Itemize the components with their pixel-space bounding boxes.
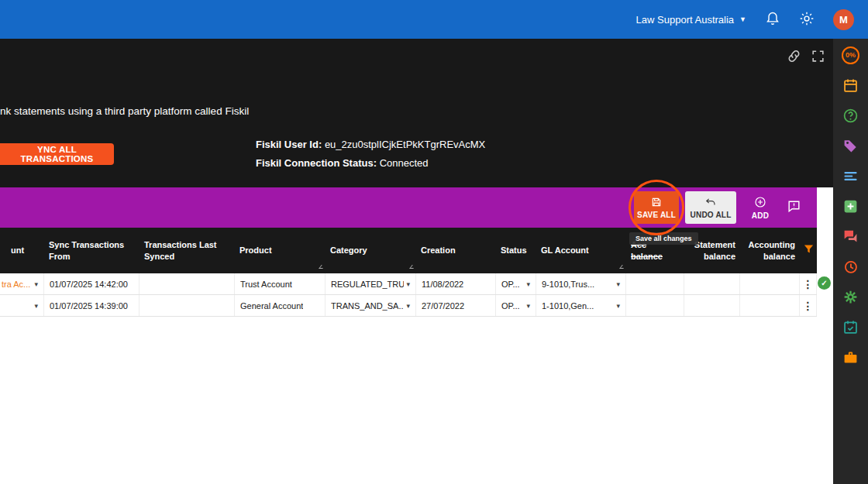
avatar[interactable]: M [833, 9, 854, 30]
cell-sync-from[interactable]: 01/07/2025 14:42:00 [44, 273, 140, 294]
sync-all-transactions-button[interactable]: YNC ALL TRANSACTIONS [0, 143, 114, 165]
column-header-last-synced[interactable]: Transactions Last Synced [140, 228, 235, 273]
cell-status[interactable]: OP... ▾ [496, 273, 536, 294]
kebab-icon: ⋮ [803, 279, 814, 290]
fiskil-info: Fiskil User Id: eu_2zu0stplICjkEtPkKTgrR… [256, 136, 485, 173]
add-circle-icon [754, 196, 766, 210]
undo-icon [705, 197, 716, 209]
cell-product[interactable]: Trust Account [235, 273, 326, 294]
chevron-down-icon[interactable]: ▾ [524, 280, 530, 288]
progress-badge[interactable]: 0% [842, 46, 860, 64]
cell-accounting-balance[interactable] [740, 295, 800, 316]
column-label: Product [239, 245, 272, 256]
history-icon[interactable] [842, 257, 860, 276]
save-icon [651, 197, 662, 209]
chevron-down-icon[interactable]: ▾ [524, 302, 530, 310]
chevron-down-icon: ▼ [739, 16, 746, 23]
cell-status[interactable]: OP... ▾ [496, 295, 536, 316]
cell-account[interactable]: ▾ [0, 295, 44, 316]
cell-creation[interactable]: 11/08/2022 [416, 273, 496, 294]
save-all-button[interactable]: SAVE ALL [634, 191, 679, 224]
column-resize-handle[interactable] [619, 265, 626, 269]
cell-creation[interactable]: 27/07/2022 [416, 295, 496, 316]
cell-category[interactable]: TRANS_AND_SA... ▾ [326, 295, 416, 316]
chevron-down-icon[interactable]: ▾ [614, 280, 620, 288]
undo-all-label: UNDO ALL [691, 211, 732, 219]
column-header-creation[interactable]: Creation [416, 228, 496, 273]
tag-icon[interactable] [842, 136, 860, 155]
column-label: Accounting balance [745, 239, 795, 262]
account-link[interactable]: tra Ac... [2, 280, 30, 289]
column-header-product[interactable]: Product [235, 228, 326, 273]
add-label: ADD [752, 211, 769, 220]
save-all-label: SAVE ALL [637, 211, 676, 219]
column-resize-handle[interactable] [319, 265, 326, 269]
undo-all-button[interactable]: UNDO ALL [685, 191, 736, 224]
fiskil-status-line: Fiskil Connection Status: Connected [256, 154, 485, 173]
progress-percent: 0% [842, 46, 859, 64]
theme-toggle-button[interactable] [799, 11, 815, 29]
cell-last-synced[interactable] [140, 295, 235, 316]
add-square-icon[interactable] [842, 197, 860, 215]
cell-statement-balance[interactable] [684, 273, 740, 294]
kebab-icon: ⋮ [803, 300, 814, 311]
feedback-button[interactable] [784, 199, 803, 216]
cell-acc-balance[interactable] [626, 273, 684, 294]
cell-last-synced[interactable] [140, 273, 235, 294]
grid-filter-button[interactable] [800, 228, 817, 273]
column-label: GL Account [541, 245, 589, 256]
column-header-gl-account[interactable]: GL Account [536, 228, 626, 273]
cell-accounting-balance[interactable] [740, 273, 800, 294]
chevron-down-icon[interactable]: ▾ [32, 280, 38, 288]
cell-value: OP... [501, 301, 520, 311]
cell-gl-account[interactable]: 1-1010,Gen... ▾ [536, 295, 626, 316]
column-header-accounting-balance[interactable]: Accounting balance [740, 228, 800, 273]
cell-acc-balance[interactable] [626, 295, 684, 316]
chevron-down-icon[interactable]: ▾ [404, 302, 410, 310]
cell-category[interactable]: REGULATED_TRU... ▾ [326, 273, 416, 294]
calendar-icon[interactable] [842, 76, 860, 94]
cell-gl-account[interactable]: 9-1010,Trus... ▾ [536, 273, 626, 294]
sun-icon [799, 11, 815, 29]
column-label: Sync Transactions From [49, 239, 135, 262]
cell-value: OP... [501, 280, 520, 289]
add-button[interactable]: ADD [742, 191, 778, 224]
account-switcher[interactable]: Law Support Australia ▼ [636, 14, 746, 26]
column-header-status[interactable]: Status [496, 228, 536, 273]
cell-sync-from[interactable]: 01/07/2025 14:39:00 [44, 295, 140, 316]
fiskil-status-label: Fiskil Connection Status: [256, 157, 377, 169]
row-menu-button[interactable]: ⋮ [800, 273, 817, 294]
top-app-bar: Law Support Australia ▼ M [0, 0, 868, 39]
notifications-button[interactable] [765, 11, 780, 29]
list-lines-icon[interactable] [842, 166, 860, 185]
chat-icon[interactable] [842, 227, 860, 245]
column-label: Status [501, 245, 527, 256]
schedule-check-icon[interactable] [842, 318, 860, 336]
fiskil-user-id-label: Fiskil User Id: [256, 139, 322, 150]
fiskil-user-id-line: Fiskil User Id: eu_2zu0stplICjkEtPkKTgrR… [256, 136, 485, 154]
column-header-category[interactable]: Category [326, 228, 416, 273]
copy-link-button[interactable] [787, 49, 801, 66]
briefcase-icon[interactable] [842, 348, 860, 366]
cell-value: 9-1010,Trus... [542, 280, 594, 289]
chevron-down-icon[interactable]: ▾ [614, 302, 620, 310]
gear-icon[interactable] [842, 287, 860, 306]
cell-value: 1-1010,Gen... [542, 301, 594, 311]
column-resize-handle[interactable] [409, 265, 416, 269]
row-menu-button[interactable]: ⋮ [800, 295, 817, 316]
cell-product[interactable]: General Account [235, 295, 326, 316]
column-header-account[interactable]: unt [0, 228, 44, 273]
row-saved-check-icon: ✓ [818, 276, 831, 290]
cell-statement-balance[interactable] [684, 295, 740, 316]
grid-toolbar: SAVE ALL UNDO ALL ADD [0, 187, 817, 228]
table-body: tra Ac... ▾ 01/07/2025 14:42:00 Trust Ac… [0, 273, 817, 317]
save-all-tooltip: Save all changes [629, 232, 698, 245]
chevron-down-icon[interactable]: ▾ [404, 280, 410, 288]
column-label: Category [330, 245, 367, 256]
help-icon[interactable] [842, 106, 860, 125]
cell-account[interactable]: tra Ac... ▾ [0, 273, 44, 294]
chevron-down-icon[interactable]: ▾ [32, 302, 38, 310]
cell-value: 27/07/2022 [422, 301, 464, 311]
column-header-sync-from[interactable]: Sync Transactions From [44, 228, 140, 273]
fullscreen-button[interactable] [811, 49, 825, 66]
